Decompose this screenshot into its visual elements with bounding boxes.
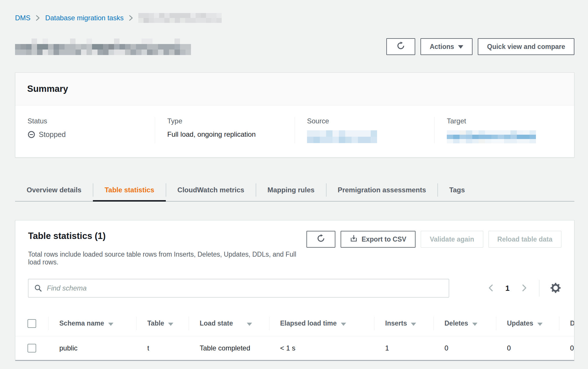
pagination: 1: [488, 283, 528, 293]
target-label: Target: [447, 117, 574, 125]
caret-down-icon: [458, 45, 463, 49]
column-header-schema-name[interactable]: Schema name: [48, 311, 136, 336]
chevron-right-icon: [36, 14, 40, 21]
column-header-inserts[interactable]: Inserts: [374, 311, 433, 336]
table-header-row: Schema name Table Load state Elapsed loa…: [15, 311, 574, 336]
status-value: Stopped: [27, 130, 155, 139]
download-icon: [350, 235, 358, 244]
sort-caret-icon[interactable]: [247, 323, 252, 326]
source-label: Source: [307, 117, 434, 125]
table-statistics-title: Table statistics (1): [28, 231, 306, 241]
sort-caret-icon[interactable]: [341, 323, 346, 326]
column-header-ddls-clipped[interactable]: D: [559, 311, 574, 336]
table-statistics-heading-block: Table statistics (1) Total rows include …: [28, 231, 306, 266]
sort-caret-icon[interactable]: [108, 323, 113, 326]
sort-caret-icon[interactable]: [472, 323, 477, 326]
breadcrumb-link-tasks[interactable]: Database migration tasks: [45, 14, 124, 22]
refresh-icon: [396, 41, 405, 52]
breadcrumb: DMS Database migration tasks: [15, 13, 574, 23]
type-value: Full load, ongoing replication: [167, 130, 295, 138]
tab-label: Mapping rules: [267, 186, 315, 194]
tab-bar: Overview details Table statistics CloudW…: [15, 179, 574, 202]
search-input[interactable]: [28, 279, 449, 297]
column-header-table[interactable]: Table: [136, 311, 189, 336]
column-label: D: [570, 319, 574, 327]
summary-title: Summary: [27, 84, 562, 94]
chevron-right-icon: [129, 14, 133, 21]
reload-table-data-button[interactable]: Reload table data: [488, 231, 561, 248]
statistics-table-wrap: Schema name Table Load state Elapsed loa…: [15, 311, 574, 361]
table-statistics-panel: Table statistics (1) Total rows include …: [15, 220, 574, 361]
tab-cloudwatch-metrics[interactable]: CloudWatch metrics: [166, 179, 256, 201]
cell-updates: 0: [496, 336, 559, 361]
previous-page-button[interactable]: [488, 283, 494, 293]
summary-body: Status Stopped Type Full load, ongoing r…: [15, 105, 574, 157]
tab-label: Overview details: [27, 186, 81, 194]
column-label: Deletes: [444, 319, 468, 327]
quick-view-compare-button[interactable]: Quick view and compare: [478, 38, 574, 55]
column-header-load-state[interactable]: Load state: [189, 311, 269, 336]
summary-field-source: Source: [295, 117, 434, 143]
sort-caret-icon[interactable]: [411, 323, 416, 326]
toolbar-right: 1: [488, 280, 561, 297]
column-label: Elapsed load time: [280, 319, 337, 327]
column-header-updates[interactable]: Updates: [496, 311, 559, 336]
table-row: public t Table completed < 1 s 1 0 0 0: [15, 336, 574, 361]
next-page-button[interactable]: [521, 283, 528, 293]
column-label: Load state: [200, 319, 233, 327]
reload-table-data-label: Reload table data: [497, 235, 552, 243]
page-title-redacted: [15, 39, 191, 55]
status-text: Stopped: [39, 130, 66, 139]
cell-elapsed-load-time: < 1 s: [269, 336, 374, 361]
tab-tags[interactable]: Tags: [438, 179, 476, 201]
cell-schema-name: public: [48, 336, 136, 361]
summary-panel-header: Summary: [15, 73, 574, 105]
column-label: Inserts: [385, 319, 407, 327]
table-toolbar: 1: [15, 266, 574, 297]
statistics-table: Schema name Table Load state Elapsed loa…: [15, 311, 574, 361]
type-label: Type: [167, 117, 295, 125]
table-statistics-header: Table statistics (1) Total rows include …: [15, 220, 574, 266]
cell-inserts: 1: [374, 336, 433, 361]
breadcrumb-link-dms[interactable]: DMS: [15, 14, 30, 22]
refresh-icon: [317, 234, 325, 244]
tab-table-statistics[interactable]: Table statistics: [93, 179, 166, 201]
column-label: Schema name: [59, 319, 104, 327]
export-to-csv-button[interactable]: Export to CSV: [341, 231, 416, 248]
tab-label: Table statistics: [104, 186, 154, 194]
table-settings-button[interactable]: [550, 282, 561, 295]
actions-button[interactable]: Actions: [420, 38, 473, 55]
validate-again-button[interactable]: Validate again: [421, 231, 483, 248]
schema-search: [28, 279, 449, 297]
summary-field-target: Target: [434, 117, 574, 143]
sort-caret-icon[interactable]: [537, 323, 543, 326]
tab-label: Tags: [449, 186, 465, 194]
page: DMS Database migration tasks Actions Qui…: [0, 0, 588, 361]
table-refresh-button[interactable]: [306, 231, 335, 248]
target-value-redacted: [447, 130, 536, 143]
current-page-number: 1: [506, 284, 510, 293]
validate-again-label: Validate again: [430, 235, 474, 243]
cell-ddls-clipped: 0: [559, 336, 574, 361]
tab-overview-details[interactable]: Overview details: [15, 179, 93, 201]
column-label: Updates: [507, 319, 533, 327]
cell-deletes: 0: [433, 336, 496, 361]
tab-premigration-assessments[interactable]: Premigration assessments: [326, 179, 438, 201]
cell-table: t: [136, 336, 189, 361]
row-checkbox[interactable]: [27, 344, 36, 352]
status-label: Status: [27, 117, 155, 125]
summary-panel: Summary Status Stopped Type Full load, o…: [15, 72, 574, 158]
header-actions: Actions Quick view and compare: [386, 38, 574, 55]
source-value-redacted: [307, 130, 377, 143]
column-header-elapsed-load-time[interactable]: Elapsed load time: [269, 311, 374, 336]
select-all-checkbox[interactable]: [27, 319, 36, 328]
export-to-csv-label: Export to CSV: [362, 235, 407, 243]
page-header: Actions Quick view and compare: [15, 38, 574, 55]
chevron-left-icon: [488, 283, 494, 293]
tab-mapping-rules[interactable]: Mapping rules: [256, 179, 326, 201]
cell-load-state: Table completed: [189, 336, 269, 361]
tab-label: Premigration assessments: [338, 186, 426, 194]
sort-caret-icon[interactable]: [168, 323, 173, 326]
column-header-deletes[interactable]: Deletes: [433, 311, 496, 336]
refresh-button[interactable]: [386, 38, 415, 55]
